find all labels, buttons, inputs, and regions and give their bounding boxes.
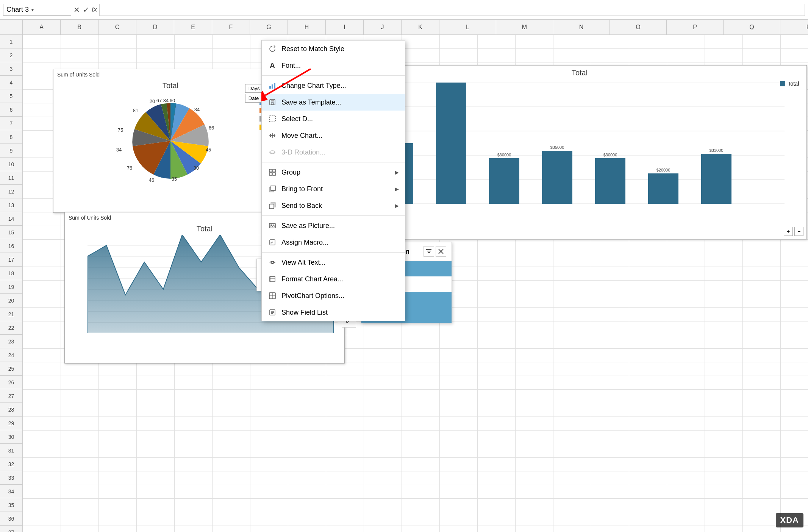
row-header-31[interactable]: 31 — [0, 444, 22, 457]
row-header-8[interactable]: 8 — [0, 130, 22, 144]
menu-change-chart[interactable]: Change Chart Type... — [262, 77, 405, 94]
row-header-12[interactable]: 12 — [0, 185, 22, 198]
format-chart-icon — [268, 275, 277, 284]
row-header-20[interactable]: 20 — [0, 294, 22, 307]
row-header-5[interactable]: 5 — [0, 89, 22, 103]
chart-bar[interactable]: Total $40000 $80000 — [352, 65, 807, 239]
row-header-15[interactable]: 15 — [0, 226, 22, 239]
col-N[interactable]: N — [553, 20, 610, 34]
name-box[interactable]: Chart 3 ▼ — [3, 4, 71, 16]
svg-rect-18 — [701, 154, 731, 204]
menu-reset[interactable]: Reset to Match Style — [262, 41, 405, 57]
col-M[interactable]: M — [496, 20, 553, 34]
svg-text:$35000: $35000 — [550, 145, 564, 150]
menu-save-template[interactable]: Save as Template... — [262, 94, 405, 111]
menu-send-back[interactable]: Send to Back ▶ — [262, 197, 405, 214]
sales-clear-btn[interactable] — [436, 246, 446, 257]
col-I[interactable]: I — [326, 20, 364, 34]
menu-view-alt[interactable]: View Alt Text... — [262, 254, 405, 271]
chart2-remove-btn[interactable]: − — [794, 227, 803, 236]
row-header-37[interactable]: 37 — [0, 526, 22, 532]
menu-move-chart[interactable]: Move Chart... — [262, 127, 405, 144]
chart2-add-btn[interactable]: + — [784, 227, 793, 236]
col-C[interactable]: C — [98, 20, 136, 34]
menu-save-picture[interactable]: Save as Picture... — [262, 217, 405, 234]
col-L[interactable]: L — [439, 20, 496, 34]
row-header-9[interactable]: 9 — [0, 144, 22, 158]
chart-pie[interactable]: Sum of Units Sold Total — [53, 69, 288, 213]
bar-legend: Total — [780, 81, 799, 87]
row-header-7[interactable]: 7 — [0, 117, 22, 130]
assign-macro-icon: M — [268, 238, 277, 247]
col-B[interactable]: B — [61, 20, 98, 34]
row-header-18[interactable]: 18 — [0, 267, 22, 280]
row-header-32[interactable]: 32 — [0, 457, 22, 471]
row-header-1[interactable]: 1 — [0, 35, 22, 48]
row-header-11[interactable]: 11 — [0, 171, 22, 185]
row-header-16[interactable]: 16 — [0, 239, 22, 253]
name-box-dropdown[interactable]: ▼ — [30, 7, 35, 12]
pie-label-76: 76 — [127, 165, 132, 171]
menu-3d-rotation[interactable]: 3-D Rotation... — [262, 144, 405, 161]
row-header-23[interactable]: 23 — [0, 335, 22, 348]
row-header-35[interactable]: 35 — [0, 498, 22, 512]
svg-rect-70 — [274, 83, 275, 89]
menu-sep-3 — [262, 215, 405, 216]
formula-input[interactable] — [99, 4, 805, 16]
row-header-33[interactable]: 33 — [0, 471, 22, 485]
row-header-22[interactable]: 22 — [0, 321, 22, 335]
row-header-34[interactable]: 34 — [0, 485, 22, 498]
menu-pivot-options[interactable]: PivotChart Options... — [262, 287, 405, 304]
menu-change-chart-label: Change Chart Type... — [281, 82, 346, 90]
col-Q[interactable]: Q — [724, 20, 780, 34]
menu-group-label: Group — [281, 168, 300, 176]
row-header-3[interactable]: 3 — [0, 62, 22, 76]
row-header-2[interactable]: 2 — [0, 48, 22, 62]
menu-bring-front[interactable]: Bring to Front ▶ — [262, 181, 405, 197]
row-header-26[interactable]: 26 — [0, 376, 22, 389]
row-header-21[interactable]: 21 — [0, 307, 22, 321]
row-header-17[interactable]: 17 — [0, 253, 22, 267]
row-header-13[interactable]: 13 — [0, 198, 22, 212]
col-E[interactable]: E — [174, 20, 212, 34]
menu-font[interactable]: A Font... — [262, 57, 405, 74]
col-H[interactable]: H — [288, 20, 326, 34]
row-header-25[interactable]: 25 — [0, 362, 22, 376]
menu-assign-macro[interactable]: M Assign Macro... — [262, 234, 405, 251]
pie-label-35: 35 — [172, 176, 177, 182]
svg-text:$30000: $30000 — [603, 153, 617, 157]
row-header-29[interactable]: 29 — [0, 417, 22, 430]
row-header-27[interactable]: 27 — [0, 389, 22, 403]
row-header-36[interactable]: 36 — [0, 512, 22, 526]
col-J[interactable]: J — [364, 20, 402, 34]
menu-format-chart[interactable]: Format Chart Area... — [262, 271, 405, 287]
col-A[interactable]: A — [23, 20, 61, 34]
pie-label-34b: 34 — [116, 147, 122, 153]
menu-show-field[interactable]: Show Field List — [262, 304, 405, 321]
col-P[interactable]: P — [667, 20, 724, 34]
row-header-4[interactable]: 4 — [0, 76, 22, 89]
row-header-10[interactable]: 10 — [0, 158, 22, 171]
row-header-6[interactable]: 6 — [0, 103, 22, 117]
row-header-28[interactable]: 28 — [0, 403, 22, 417]
menu-group[interactable]: Group ▶ — [262, 164, 405, 181]
cancel-icon[interactable]: ✕ — [73, 5, 80, 14]
col-R[interactable]: R — [780, 20, 808, 34]
pie-label-34: 34 — [194, 107, 200, 112]
col-F[interactable]: F — [212, 20, 250, 34]
row-header-30[interactable]: 30 — [0, 430, 22, 444]
fx-label: fx — [92, 6, 97, 14]
grid-area: Sum of Units Sold Total — [23, 35, 808, 532]
menu-select-data[interactable]: Select D... — [262, 111, 405, 127]
col-K[interactable]: K — [402, 20, 439, 34]
row-header-14[interactable]: 14 — [0, 212, 22, 226]
row-header-19[interactable]: 19 — [0, 280, 22, 294]
confirm-icon[interactable]: ✓ — [83, 5, 89, 14]
col-O[interactable]: O — [610, 20, 667, 34]
row-header-24[interactable]: 24 — [0, 348, 22, 362]
svg-rect-106 — [428, 252, 430, 253]
sales-filter-btn[interactable] — [424, 246, 434, 257]
col-G[interactable]: G — [250, 20, 288, 34]
col-D[interactable]: D — [136, 20, 174, 34]
svg-rect-78 — [269, 173, 272, 175]
